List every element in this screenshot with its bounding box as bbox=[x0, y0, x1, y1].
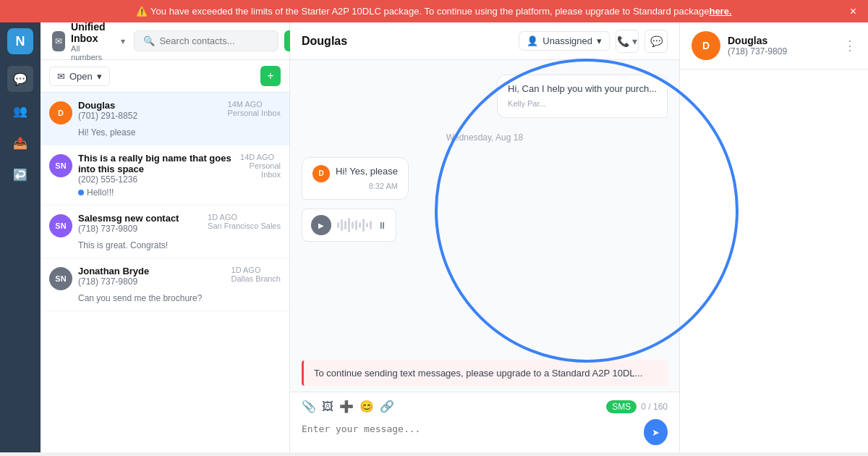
list-item[interactable]: D Douglas (701) 291-8852 14M AGO Persona… bbox=[41, 93, 289, 145]
messages-area: Hi, Can I help you with your purch... Ke… bbox=[290, 60, 679, 360]
audio-waveform bbox=[337, 216, 372, 234]
contact-phone: (701) 291-8852 bbox=[78, 111, 137, 121]
contact-time: 1D AGO bbox=[231, 266, 281, 274]
inbox-panel-header: ✉ Unified Inbox All numbers ▾ 🔍 Create C… bbox=[41, 22, 289, 60]
open-filter-chevron: ▾ bbox=[97, 71, 102, 82]
contact-phone: (718) 737-9809 bbox=[78, 224, 179, 234]
message-input[interactable] bbox=[302, 423, 638, 445]
unread-indicator bbox=[78, 190, 84, 195]
upgrade-banner: To continue sending text messages, pleas… bbox=[302, 360, 668, 386]
search-icon: 🔍 bbox=[143, 35, 155, 46]
contact-name: Douglas bbox=[78, 100, 137, 111]
message-time: 8:32 AM bbox=[336, 181, 398, 192]
filter-bar: ✉ Open ▾ + bbox=[41, 60, 289, 93]
search-contacts-container[interactable]: 🔍 bbox=[134, 30, 278, 51]
avatar: SN bbox=[49, 267, 72, 290]
phone-button[interactable]: 📞 ▾ bbox=[616, 30, 639, 53]
emoji-icon[interactable]: 😊 bbox=[359, 400, 374, 413]
list-item[interactable]: SN Jonathan Bryde (718) 737-9809 1D AGO … bbox=[41, 258, 289, 311]
contact-list: D Douglas (701) 291-8852 14M AGO Persona… bbox=[41, 93, 289, 452]
assign-chevron: ▾ bbox=[597, 35, 602, 46]
search-input[interactable] bbox=[159, 35, 269, 46]
alert-link[interactable]: here. bbox=[709, 6, 731, 17]
sidebar-item-campaigns[interactable]: 📤 bbox=[7, 130, 33, 156]
contact-phone: (202) 555-1236 bbox=[78, 174, 240, 185]
contact-phone: (718) 737-9809 bbox=[78, 276, 149, 287]
right-contact-phone: (718) 737-9809 bbox=[728, 46, 787, 56]
sms-toggle: SMS 0 / 160 bbox=[606, 400, 668, 413]
chat-mode-button[interactable]: 💬 bbox=[644, 30, 668, 53]
contact-name: Jonathan Bryde bbox=[78, 266, 149, 276]
sidebar-item-messages[interactable]: 💬 bbox=[7, 66, 33, 92]
contact-preview: Hello!!! bbox=[49, 187, 281, 198]
toolbar-actions: 📎 🖼 ➕ 😊 🔗 SMS 0 / 160 bbox=[302, 400, 668, 413]
open-filter-button[interactable]: ✉ Open ▾ bbox=[49, 67, 110, 86]
inbox-subtitle: All numbers bbox=[71, 44, 112, 62]
contact-source: Dallas Branch bbox=[231, 274, 281, 283]
message-input-row: ➤ bbox=[302, 419, 668, 445]
conversation-header: Douglas 👤 Unassigned ▾ 📞 ▾ 💬 bbox=[290, 22, 679, 60]
char-count: 0 / 160 bbox=[641, 402, 668, 412]
message-bubble: D Hi! Yes, please 8:32 AM bbox=[302, 157, 409, 200]
right-panel: D Douglas (718) 737-9809 ⋮ bbox=[680, 22, 868, 452]
add-conversation-button[interactable]: + bbox=[260, 66, 281, 86]
contact-preview: Hi! Yes, please bbox=[49, 127, 281, 138]
link-icon[interactable]: 🔗 bbox=[380, 400, 394, 413]
list-item[interactable]: SN This is a really big name that goes i… bbox=[41, 145, 289, 206]
right-contact-name: Douglas bbox=[728, 35, 787, 46]
message-sender: Kelly Par... bbox=[508, 98, 657, 109]
add-icon[interactable]: ➕ bbox=[339, 400, 354, 413]
main-content: ✉ Unified Inbox All numbers ▾ 🔍 Create C… bbox=[41, 22, 868, 452]
attachment-icon[interactable]: 📎 bbox=[302, 400, 316, 413]
person-icon: 👤 bbox=[527, 35, 538, 46]
upgrade-message: To continue sending text messages, pleas… bbox=[314, 368, 642, 379]
inbox-title: Unified Inbox bbox=[71, 21, 112, 44]
contact-name: This is a really big name that goes into… bbox=[78, 153, 240, 174]
date-divider: Wednesday, Aug 18 bbox=[302, 127, 668, 148]
audio-message[interactable]: ▶ ⏸ bbox=[302, 208, 396, 242]
app-container: N 💬 👥 📤 ↩️ ✉ Unified Inbox All numbers ▾ bbox=[0, 22, 868, 452]
alert-close-button[interactable]: × bbox=[850, 5, 856, 18]
message-toolbar: 📎 🖼 ➕ 😊 🔗 SMS 0 / 160 ➤ bbox=[290, 392, 679, 452]
inbox-title-section[interactable]: ✉ Unified Inbox All numbers ▾ bbox=[52, 21, 125, 62]
contact-avatar-large: D bbox=[692, 31, 720, 60]
play-icon[interactable]: ▶ bbox=[311, 215, 331, 235]
contact-source: Personal Inbox bbox=[228, 109, 281, 117]
open-filter-label: Open bbox=[69, 71, 93, 82]
alert-message: You have exceeded the limits of the Star… bbox=[150, 6, 709, 17]
avatar: SN bbox=[49, 214, 72, 237]
contact-time: 1D AGO bbox=[208, 213, 281, 221]
contact-source: San Francisco Sales bbox=[208, 221, 281, 230]
conversation-panel: Douglas 👤 Unassigned ▾ 📞 ▾ 💬 Hi, Can I h… bbox=[290, 22, 680, 452]
send-button[interactable]: ➤ bbox=[644, 419, 668, 445]
contact-source: Personal Inbox bbox=[240, 161, 281, 179]
more-options-button[interactable]: ⋮ bbox=[843, 38, 856, 54]
list-item[interactable]: SN Salesmsg new contact (718) 737-9809 1… bbox=[41, 206, 289, 258]
warning-icon: ⚠️ bbox=[136, 6, 148, 17]
pause-icon: ⏸ bbox=[378, 220, 387, 231]
contact-time: 14M AGO bbox=[228, 100, 281, 109]
sidebar-item-contacts[interactable]: 👥 bbox=[7, 98, 33, 124]
app-logo: N bbox=[7, 28, 33, 54]
sidebar-item-automations[interactable]: ↩️ bbox=[7, 161, 33, 187]
contact-preview: Can you send me the brochure? bbox=[49, 293, 281, 303]
right-panel-header: D Douglas (718) 737-9809 ⋮ bbox=[680, 22, 868, 69]
message-text: Hi, Can I help you with your purch... bbox=[508, 83, 657, 96]
assign-button[interactable]: 👤 Unassigned ▾ bbox=[519, 31, 610, 51]
assign-label: Unassigned bbox=[542, 35, 592, 46]
contact-name: Salesmsg new contact bbox=[78, 213, 179, 224]
avatar: D bbox=[49, 101, 72, 124]
contact-time: 14D AGO bbox=[240, 153, 281, 161]
inbox-icon: ✉ bbox=[52, 31, 65, 51]
conversation-contact-name: Douglas bbox=[302, 35, 347, 48]
nav-sidebar: N 💬 👥 📤 ↩️ bbox=[0, 22, 41, 452]
image-icon[interactable]: 🖼 bbox=[322, 400, 333, 413]
inbox-panel: ✉ Unified Inbox All numbers ▾ 🔍 Create C… bbox=[41, 22, 290, 452]
conversation-actions: 👤 Unassigned ▾ 📞 ▾ 💬 bbox=[519, 30, 668, 53]
send-icon: ➤ bbox=[652, 427, 660, 438]
chevron-down-icon: ▾ bbox=[121, 36, 125, 46]
message-text: Hi! Yes, please bbox=[336, 165, 398, 178]
avatar: SN bbox=[49, 154, 72, 177]
sms-label[interactable]: SMS bbox=[606, 400, 637, 413]
inbox-filter-icon: ✉ bbox=[57, 71, 65, 82]
